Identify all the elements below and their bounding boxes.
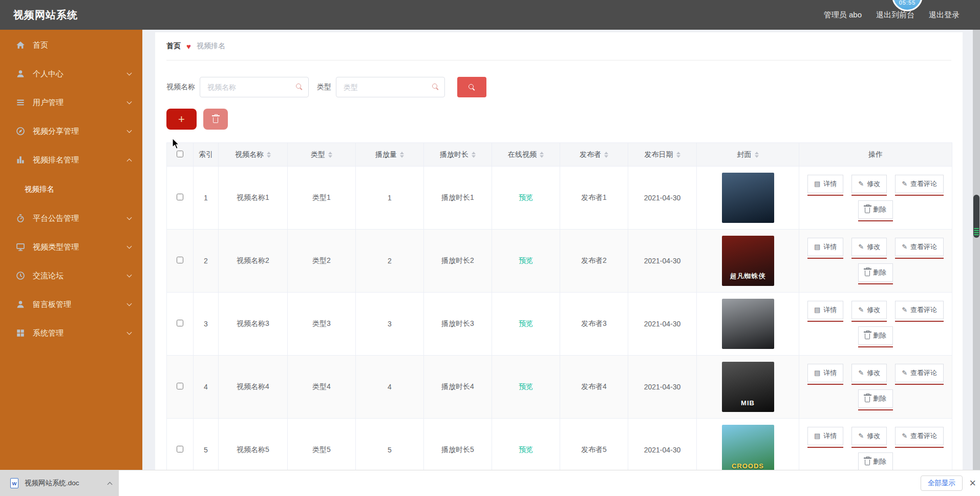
action-detail-button[interactable]: ▤详情 <box>807 175 843 193</box>
col-type[interactable]: 类型 <box>288 143 356 167</box>
app-header: 视频网站系统 管理员 abo 退出到前台 退出登录 <box>0 0 980 30</box>
select-all-checkbox[interactable] <box>177 151 183 157</box>
sidebar-subitem-video-rank[interactable]: 视频排名 <box>0 174 142 204</box>
word-doc-icon: W <box>10 478 18 488</box>
sidebar-item-label: 平台公告管理 <box>33 214 127 223</box>
action-edit-button[interactable]: ✎修改 <box>851 238 887 256</box>
video-name-input[interactable] <box>200 77 309 97</box>
scrollbar-track[interactable] <box>973 30 980 496</box>
action-edit-button[interactable]: ✎修改 <box>851 301 887 319</box>
add-button[interactable]: + <box>166 109 197 130</box>
sidebar-item-forum[interactable]: 交流论坛 <box>0 261 142 290</box>
chevron-up-icon[interactable] <box>108 482 113 487</box>
col-duration[interactable]: 播放时长 <box>424 143 492 167</box>
row-checkbox[interactable] <box>177 257 183 263</box>
sort-icon[interactable] <box>676 152 680 158</box>
sort-icon[interactable] <box>540 152 544 158</box>
sort-icon[interactable] <box>328 152 332 158</box>
action-edit-button[interactable]: ✎修改 <box>851 175 887 193</box>
col-cover[interactable]: 封面 <box>697 143 799 167</box>
table-row: 2视频名称2类型22播放时长2预览发布者22021-04-30超凡蜘蛛侠▤详情✎… <box>167 230 952 293</box>
show-all-button[interactable]: 全部显示 <box>921 476 963 491</box>
cover-image: 超凡蜘蛛侠 <box>722 236 774 286</box>
preview-link[interactable]: 预览 <box>519 319 533 327</box>
action-comments-button[interactable]: ✎查看评论 <box>895 175 944 193</box>
action-delete-button[interactable]: 删除 <box>858 452 893 471</box>
col-name[interactable]: 视频名称 <box>219 143 288 167</box>
action-label: 修改 <box>867 179 880 189</box>
close-icon[interactable]: × <box>969 476 976 491</box>
exit-front-link[interactable]: 退出到前台 <box>876 10 914 20</box>
trash-icon <box>865 334 870 339</box>
column-label: 播放量 <box>375 150 397 158</box>
sidebar-item-video-type[interactable]: 视频类型管理 <box>0 233 142 261</box>
download-chip[interactable]: W 视频网站系统.doc <box>0 470 119 496</box>
action-detail-button[interactable]: ▤详情 <box>807 238 843 256</box>
row-checkbox[interactable] <box>177 320 183 326</box>
action-edit-button[interactable]: ✎修改 <box>851 427 887 445</box>
sort-icon[interactable] <box>604 152 608 158</box>
sidebar-item-video-rank-manage[interactable]: 视频排名管理 <box>0 146 142 174</box>
sidebar-item-system[interactable]: 系统管理 <box>0 319 142 347</box>
cell-cover <box>697 167 799 230</box>
action-delete-button[interactable]: 删除 <box>858 263 893 282</box>
cell-publisher: 发布者3 <box>560 293 628 356</box>
sort-icon[interactable] <box>472 152 476 158</box>
chevron-down-icon <box>127 70 132 75</box>
cell-video-name: 视频名称2 <box>219 230 288 293</box>
action-comments-button[interactable]: ✎查看评论 <box>895 238 944 256</box>
type-input[interactable] <box>336 77 445 97</box>
action-label: 详情 <box>823 368 837 378</box>
poster-title: CROODS <box>732 462 764 470</box>
pencil-icon: ✎ <box>902 243 907 250</box>
sidebar-item-profile[interactable]: 个人中心 <box>0 59 142 88</box>
preview-link[interactable]: 预览 <box>519 382 533 390</box>
cell-online: 预览 <box>492 230 560 293</box>
action-detail-button[interactable]: ▤详情 <box>807 427 843 445</box>
cell-duration: 播放时长2 <box>424 230 492 293</box>
action-comments-button[interactable]: ✎查看评论 <box>895 301 944 319</box>
cell-type: 类型4 <box>288 356 356 419</box>
action-detail-button[interactable]: ▤详情 <box>807 301 843 319</box>
action-delete-button[interactable]: 删除 <box>858 389 893 408</box>
col-online[interactable]: 在线视频 <box>492 143 560 167</box>
type-label: 类型 <box>317 82 331 92</box>
sort-icon[interactable] <box>755 152 759 158</box>
logout-link[interactable]: 退出登录 <box>929 10 960 20</box>
row-checkbox[interactable] <box>177 194 183 200</box>
delete-button[interactable] <box>203 109 228 130</box>
action-edit-button[interactable]: ✎修改 <box>851 364 887 382</box>
action-underline: ✎修改 <box>851 238 887 259</box>
preview-link[interactable]: 预览 <box>519 193 533 201</box>
table-row: 4视频名称4类型44播放时长4预览发布者42021-04-30MIB▤详情✎修改… <box>167 356 952 419</box>
sidebar-item-notice[interactable]: 平台公告管理 <box>0 204 142 233</box>
video-rank-table: 索引视频名称类型播放量播放时长在线视频发布者发布日期封面操作 1视频名称1类型1… <box>166 142 952 482</box>
row-checkbox[interactable] <box>177 383 183 389</box>
sidebar-item-message-board[interactable]: 留言板管理 <box>0 290 142 319</box>
action-comments-button[interactable]: ✎查看评论 <box>895 364 944 382</box>
sort-icon[interactable] <box>267 152 271 158</box>
action-delete-button[interactable]: 删除 <box>858 200 893 219</box>
scrollbar-thumb[interactable] <box>973 195 979 238</box>
pencil-icon: ✎ <box>858 180 864 187</box>
breadcrumb-home[interactable]: 首页 <box>166 42 181 51</box>
sidebar-item-video-share[interactable]: 视频分享管理 <box>0 117 142 146</box>
preview-link[interactable]: 预览 <box>519 256 533 264</box>
search-button[interactable] <box>457 77 486 97</box>
trash-icon <box>865 460 870 465</box>
action-delete-button[interactable]: 删除 <box>858 326 893 345</box>
sidebar-item-home[interactable]: 首页 <box>0 31 142 59</box>
column-label: 视频名称 <box>235 150 264 158</box>
sort-icon[interactable] <box>400 152 404 158</box>
cell-date: 2021-04-30 <box>628 230 697 293</box>
action-detail-button[interactable]: ▤详情 <box>807 364 843 382</box>
doc-icon: ▤ <box>814 306 820 313</box>
preview-link[interactable]: 预览 <box>519 445 533 453</box>
search-icon <box>296 84 303 90</box>
col-date[interactable]: 发布日期 <box>628 143 697 167</box>
sidebar-item-user-manage[interactable]: 用户管理 <box>0 88 142 117</box>
row-checkbox[interactable] <box>177 446 183 452</box>
col-plays[interactable]: 播放量 <box>356 143 424 167</box>
col-publisher[interactable]: 发布者 <box>560 143 628 167</box>
action-comments-button[interactable]: ✎查看评论 <box>895 427 944 445</box>
